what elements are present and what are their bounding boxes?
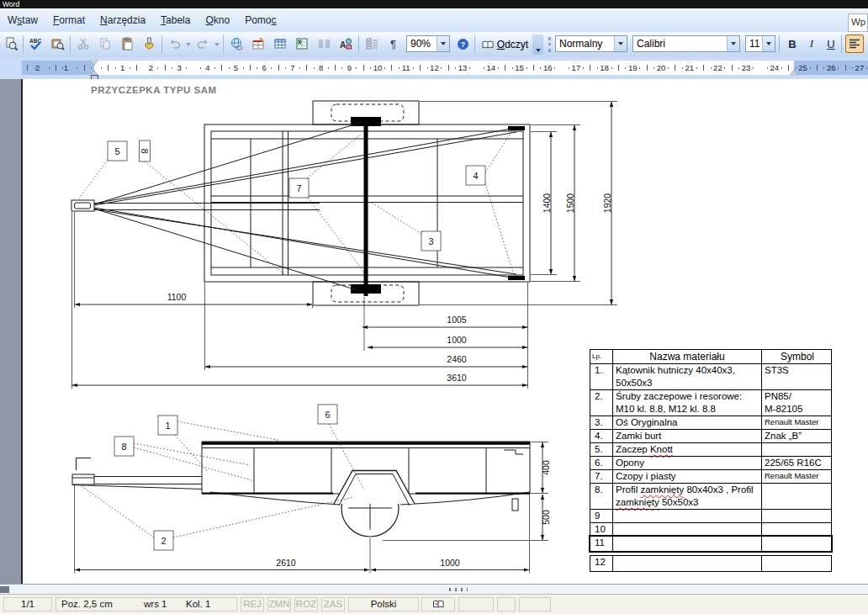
undo-icon [167, 37, 182, 51]
horizontal-scrollbar[interactable] [0, 584, 868, 594]
chevron-down-icon [186, 43, 191, 46]
cut-button[interactable] [74, 34, 93, 54]
table-row[interactable]: 7.Czopy i piastyRenault Master [590, 469, 832, 484]
zoom-combobox[interactable]: 90% [406, 35, 450, 52]
status-toggle-rej[interactable]: REJ [241, 597, 264, 611]
board-lock-top [508, 126, 525, 130]
align-center-button[interactable] [865, 34, 868, 53]
dim-board-height: 400 [531, 442, 551, 494]
font-size-combobox[interactable]: 11 [745, 35, 775, 52]
pilcrow-icon: ¶ [387, 37, 401, 51]
undo-button[interactable] [166, 34, 183, 54]
menu-item-okno[interactable]: Okno [198, 11, 237, 29]
underline-button[interactable]: U [822, 34, 840, 53]
mudguard-outer [334, 471, 415, 505]
ruler-track[interactable]: 2112345678910111213141516171819202122232… [22, 61, 868, 75]
help-question-box[interactable]: Wp [848, 13, 868, 32]
menu-item-narzdzia[interactable]: Narzędzia [93, 11, 153, 29]
paste-button[interactable] [118, 34, 137, 54]
dim-width-overall: 1920 [420, 102, 617, 305]
chevron-down-icon [536, 49, 541, 52]
menu-bar: WstawFormatNarzędziaTabelaOknoPomoc [0, 8, 868, 33]
italic-button[interactable]: I [802, 34, 821, 53]
zoom-dropdown[interactable] [437, 36, 449, 51]
style-dropdown[interactable] [614, 36, 627, 51]
table-row[interactable]: 6.Opony225/65 R16C [590, 456, 832, 470]
callout-8: 8 [140, 140, 285, 274]
style-value: Normalny [556, 38, 614, 50]
insert-table-button[interactable] [271, 34, 290, 54]
spelling-status-cell[interactable] [421, 597, 455, 611]
font-size-dropdown[interactable] [762, 36, 775, 51]
menu-item-format[interactable]: Format [45, 11, 93, 29]
table-row[interactable]: 8.Profil zamknięty 80x40x3 , Profil zamk… [590, 483, 832, 510]
show-formatting-marks-button[interactable]: ¶ [384, 34, 404, 54]
ruler-number: 1 [120, 63, 124, 72]
toolbar-separator [358, 35, 359, 53]
align-left-icon [848, 37, 861, 50]
redo-dropdown[interactable] [212, 34, 221, 54]
toolbar-separator [223, 35, 224, 53]
right-indent-marker[interactable] [790, 69, 798, 76]
table-row[interactable]: 2.Śruby zaczepowe i resorowe: M10 kl. 8.… [590, 389, 832, 416]
rear-bracket [504, 450, 523, 454]
format-painter-button[interactable] [140, 34, 159, 54]
toolbar-options-button[interactable] [532, 34, 543, 55]
bold-button[interactable]: B [783, 34, 802, 53]
insert-hyperlink-button[interactable] [227, 34, 246, 54]
align-left-button[interactable] [845, 34, 864, 53]
copy-button[interactable] [96, 34, 115, 54]
first-line-indent-marker[interactable] [90, 60, 98, 66]
tables-and-borders-button[interactable] [249, 34, 268, 54]
hanging-indent-marker[interactable] [90, 70, 98, 76]
materials-table-body: 1.Kątownik hutniczy 40x40x3, 50x50x3ST3S… [590, 363, 832, 572]
table-row[interactable]: 4.Zamki burtZnak „B” [590, 429, 832, 443]
table-row[interactable]: 5.Zaczep Knott [590, 442, 832, 457]
menu-item-pomoc[interactable]: Pomoc [237, 11, 283, 29]
document-map-button[interactable] [363, 34, 382, 54]
table-row[interactable]: 9 [590, 509, 832, 523]
table-row[interactable]: 12 [590, 555, 832, 572]
scrollbar-grip[interactable] [449, 588, 468, 591]
hitch-handle [77, 458, 92, 471]
drawing-toolbar-button[interactable]: A [336, 34, 356, 54]
ruler-number: 18 [600, 63, 609, 72]
svg-text:400: 400 [541, 460, 551, 475]
svg-text:2: 2 [161, 536, 166, 546]
language-indicator[interactable]: Polski [348, 597, 419, 611]
status-toggle-zmn[interactable]: ZMN [267, 597, 291, 611]
help-button[interactable]: ? [453, 34, 473, 54]
menu-item-wstaw[interactable]: Wstaw [0, 11, 45, 29]
column-indicator: Kol. 1 [186, 598, 210, 611]
status-toggle-zas[interactable]: ZAS [321, 597, 345, 611]
undo-dropdown[interactable] [183, 34, 193, 54]
table-row[interactable]: 1.Kątownik hutniczy 40x40x3, 50x50x3ST3S [590, 363, 832, 390]
table-row[interactable]: 10 [590, 522, 832, 537]
table-row[interactable]: 3.Oś OryginalnaRenault Master [590, 416, 832, 430]
status-toggle-roz[interactable]: ROZ [294, 597, 318, 611]
format-painter-icon [142, 37, 156, 51]
menu-item-tabela[interactable]: Tabela [153, 11, 198, 29]
svg-text:8: 8 [140, 148, 150, 153]
board-lock-bottom [508, 276, 525, 280]
ruler-number: 8 [319, 63, 323, 72]
view-button[interactable] [0, 586, 9, 593]
spelling-button[interactable]: ABC [26, 34, 45, 54]
materials-table[interactable]: Lp. Nazwa materiału Symbol 1.Kątownik hu… [590, 349, 832, 572]
columns-button[interactable] [315, 34, 334, 54]
font-combobox[interactable]: Calibri [632, 35, 740, 52]
top-view: 5 8 7 3 [71, 101, 617, 389]
line-indicator: wrs 1 [144, 598, 167, 611]
read-button[interactable]: Odczyt [479, 34, 531, 54]
print-preview-button[interactable] [2, 34, 21, 54]
font-dropdown[interactable] [727, 36, 739, 51]
table-row[interactable]: 11 [589, 535, 833, 553]
scissors-icon [77, 37, 91, 51]
header-nazwa: Nazwa materiału [612, 350, 761, 363]
redo-button[interactable] [194, 34, 212, 54]
insert-excel-worksheet-button[interactable] [293, 34, 312, 54]
style-combobox[interactable]: Normalny [555, 35, 627, 52]
toolbar-grip[interactable] [548, 37, 553, 52]
research-button[interactable] [48, 34, 67, 54]
ruler-number: 5 [234, 63, 238, 72]
